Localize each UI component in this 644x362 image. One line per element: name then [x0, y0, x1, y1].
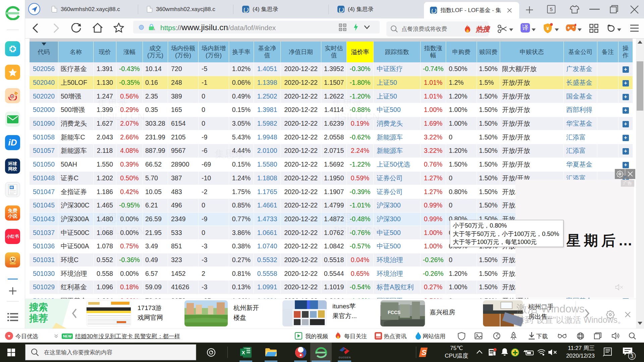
svg-text:X: X: [241, 350, 245, 355]
svg-text:3: 3: [630, 353, 633, 359]
svg-text:¥: ¥: [546, 25, 549, 31]
svg-text:S: S: [422, 348, 427, 357]
